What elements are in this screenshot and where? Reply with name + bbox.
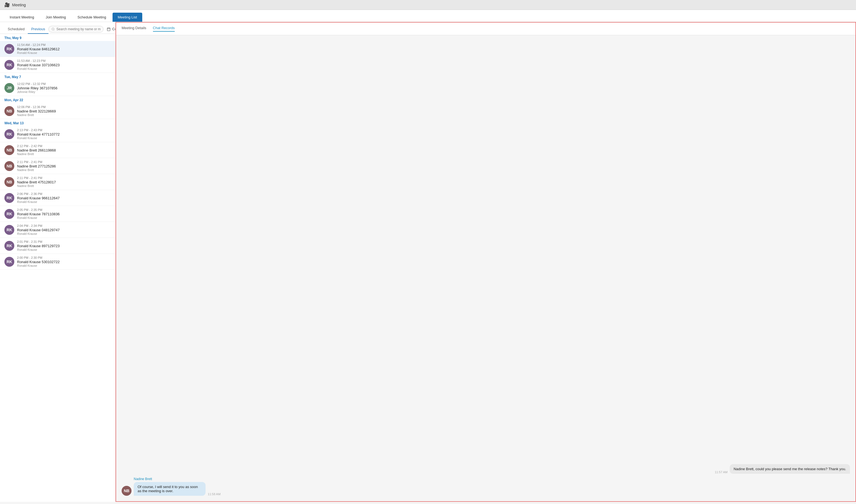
date-group-wed-mar-13: Wed, Mar 13 — [0, 119, 115, 126]
meeting-host: Ronald Krause — [17, 137, 111, 140]
meeting-host: Johnnie Riley — [17, 90, 111, 93]
meeting-name: Ronald Krause 846129612 — [17, 47, 111, 51]
avatar: RK — [4, 209, 14, 219]
meeting-name: Ronald Krause 966112647 — [17, 196, 111, 200]
meeting-host: Ronald Krause — [17, 232, 111, 235]
meeting-item[interactable]: RK 11:53 AM - 12:23 PM Ronald Krause 337… — [0, 57, 115, 73]
meeting-time: 2:11 PM - 2:41 PM — [17, 176, 111, 180]
meeting-name: Ronald Krause 530102722 — [17, 260, 111, 264]
meeting-name: Ronald Krause 477110772 — [17, 132, 111, 137]
meeting-host: Ronald Krause — [17, 248, 111, 251]
meeting-name: Ronald Krause 337106623 — [17, 63, 111, 67]
meeting-name: Nadine Brett 266119868 — [17, 148, 111, 152]
meeting-host: Ronald Krause — [17, 51, 111, 54]
svg-point-0 — [52, 28, 54, 30]
meeting-host: Ronald Krause — [17, 264, 111, 267]
meeting-host: Nadine Brett — [17, 184, 111, 187]
meeting-time: 11:53 AM - 12:23 PM — [17, 59, 111, 62]
tab-schedule-meeting[interactable]: Schedule Meeting — [72, 13, 111, 22]
meeting-list: Thu, May 9 RK 11:54 AM - 12:24 PM Ronald… — [0, 34, 115, 502]
avatar: RK — [4, 129, 14, 139]
meeting-item[interactable]: NB 2:11 PM - 2:41 PM Nadine Brett 277125… — [0, 158, 115, 174]
meeting-item[interactable]: NB 2:11 PM - 2:41 PM Nadine Brett 475128… — [0, 174, 115, 190]
meeting-name: Ronald Krause 048129747 — [17, 228, 111, 232]
meeting-host: Nadine Brett — [17, 113, 111, 116]
app-header: 🎥 Meeting — [0, 0, 856, 10]
meeting-name: Nadine Brett 475128017 — [17, 180, 111, 184]
tab-join-meeting[interactable]: Join Meeting — [40, 13, 71, 22]
nav-tabs: Instant Meeting Join Meeting Schedule Me… — [0, 10, 856, 22]
sub-tab-scheduled[interactable]: Scheduled — [4, 25, 28, 34]
search-icon — [51, 28, 55, 31]
meeting-host: Nadine Brett — [17, 152, 111, 156]
meeting-name: Ronald Krause 787110836 — [17, 212, 111, 216]
meeting-time: 12:06 PM - 12:36 PM — [17, 105, 111, 109]
meeting-item[interactable]: RK 2:06 PM - 2:36 PM Ronald Krause 96611… — [0, 190, 115, 206]
app-title: Meeting — [12, 3, 26, 7]
tab-meeting-details[interactable]: Meeting Details — [122, 26, 146, 32]
date-group-tue-may-7: Tue, May 7 — [0, 73, 115, 80]
chat-area: 11:57 AM Nadine Brett, could you please … — [116, 35, 855, 501]
chat-bubble: Of course, I will send it to you as soon… — [134, 482, 206, 496]
meeting-time: 2:13 PM - 2:43 PM — [17, 128, 111, 132]
chat-message-incoming: NB Nadine Brett Of course, I will send i… — [122, 477, 850, 496]
meeting-time: 2:06 PM - 2:36 PM — [17, 192, 111, 196]
right-panel-tabs: Meeting Details Chat Records — [116, 22, 855, 35]
meeting-name: Nadine Brett 322128669 — [17, 109, 111, 113]
content-area: Scheduled Previous Copy Calendar URL — [0, 22, 856, 502]
meeting-time: 2:05 PM - 2:35 PM — [17, 208, 111, 212]
avatar: JR — [4, 83, 14, 93]
avatar: RK — [4, 193, 14, 203]
date-group-thu-may-9: Thu, May 9 — [0, 34, 115, 41]
meeting-host: Ronald Krause — [17, 216, 111, 219]
meeting-item[interactable]: RK 2:13 PM - 2:43 PM Ronald Krause 47711… — [0, 126, 115, 142]
meeting-item[interactable]: RK 11:54 AM - 12:24 PM Ronald Krause 846… — [0, 41, 115, 57]
chat-time: 11:57 AM — [715, 470, 728, 474]
chat-time: 11:58 AM — [208, 492, 221, 496]
tab-meeting-list[interactable]: Meeting List — [112, 13, 142, 22]
meeting-item[interactable]: RK 2:01 PM - 2:31 PM Ronald Krause 89712… — [0, 238, 115, 254]
meeting-item[interactable]: NB 2:12 PM - 2:42 PM Nadine Brett 266119… — [0, 142, 115, 158]
search-input[interactable] — [56, 27, 101, 31]
left-panel: Scheduled Previous Copy Calendar URL — [0, 22, 116, 502]
meeting-item[interactable]: RK 2:04 PM - 2:34 PM Ronald Krause 04812… — [0, 222, 115, 238]
copy-calendar-label: Copy Calendar URL — [112, 27, 116, 31]
meeting-host: Nadine Brett — [17, 168, 111, 172]
meeting-time: 12:02 PM - 12:32 PM — [17, 82, 111, 86]
meeting-name: Ronald Krause 897129723 — [17, 244, 111, 248]
chat-bubble: Nadine Brett, could you please send me t… — [730, 464, 850, 474]
tab-instant-meeting[interactable]: Instant Meeting — [4, 13, 39, 22]
meeting-item[interactable]: RK 2:00 PM - 2:30 PM Ronald Krause 53010… — [0, 254, 115, 270]
chat-message-outgoing: 11:57 AM Nadine Brett, could you please … — [122, 464, 850, 474]
meeting-item[interactable]: NB 12:06 PM - 12:36 PM Nadine Brett 3221… — [0, 103, 115, 119]
meeting-name: Johnnie Riley 367107856 — [17, 86, 111, 90]
sub-tabs-bar: Scheduled Previous Copy Calendar URL — [0, 22, 115, 34]
avatar: RK — [4, 241, 14, 251]
search-bar-right: Copy Calendar URL — [49, 26, 116, 33]
meeting-time: 2:00 PM - 2:30 PM — [17, 256, 111, 259]
svg-rect-2 — [107, 28, 110, 31]
meeting-item[interactable]: JR 12:02 PM - 12:32 PM Johnnie Riley 367… — [0, 80, 115, 96]
avatar: NB — [4, 106, 14, 116]
meeting-time: 2:11 PM - 2:41 PM — [17, 160, 111, 164]
sub-tab-previous[interactable]: Previous — [28, 25, 49, 34]
avatar: RK — [4, 60, 14, 70]
meeting-host: Ronald Krause — [17, 200, 111, 203]
right-panel: Meeting Details Chat Records 11:57 AM Na… — [116, 22, 856, 502]
avatar: NB — [4, 177, 14, 187]
avatar: NB — [122, 486, 132, 496]
meeting-time: 2:04 PM - 2:34 PM — [17, 224, 111, 228]
calendar-icon — [107, 27, 111, 31]
avatar: RK — [4, 225, 14, 235]
meeting-time: 2:01 PM - 2:31 PM — [17, 240, 111, 243]
chat-sender-name: Nadine Brett — [134, 477, 254, 481]
avatar: NB — [4, 145, 14, 155]
tab-chat-records[interactable]: Chat Records — [153, 26, 175, 32]
date-group-mon-apr-22: Mon, Apr 22 — [0, 96, 115, 103]
search-box — [49, 26, 103, 33]
meeting-time: 11:54 AM - 12:24 PM — [17, 43, 111, 47]
meeting-item[interactable]: RK 2:05 PM - 2:35 PM Ronald Krause 78711… — [0, 206, 115, 222]
copy-calendar-button[interactable]: Copy Calendar URL — [107, 27, 116, 31]
avatar: RK — [4, 44, 14, 54]
meeting-time: 2:12 PM - 2:42 PM — [17, 144, 111, 148]
